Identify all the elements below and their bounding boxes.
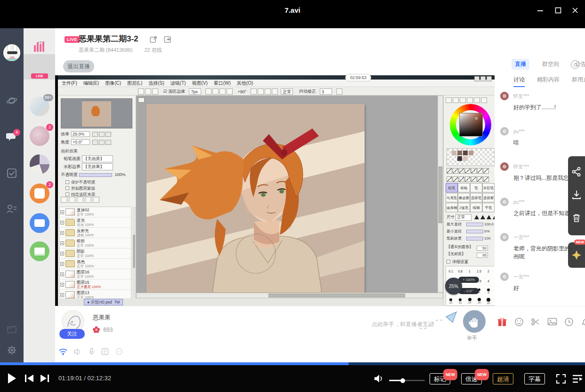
discover-planet-icon[interactable] [6,95,17,106]
brush-size-cell[interactable]: 14 [465,296,474,306]
volume-knob[interactable] [400,378,405,383]
conversation-item[interactable]: 2 [24,181,55,207]
rect-select-icon[interactable] [447,168,452,174]
brush-size-cell[interactable]: 1.5 [474,266,484,276]
artwork-canvas[interactable] [146,104,365,293]
toolbar-button[interactable] [265,88,271,95]
clear-layer-button[interactable] [85,197,91,203]
layer-row[interactable]: 速涂02 正常 100% [59,207,131,217]
toolbar-button[interactable] [212,88,219,95]
rotate-left-button[interactable] [92,140,98,145]
brush-size-cell[interactable]: 16 [474,296,484,306]
document-tab[interactable]: ● 示范HD.psd 7M [84,299,123,305]
wifi-icon[interactable] [59,348,67,357]
menu-item[interactable]: 图层(L) [127,80,142,87]
menu-item[interactable]: 其他(O) [237,80,253,87]
brush-size-cell[interactable]: 10 [446,296,455,306]
player-feature-button[interactable]: 倍速 NEW [461,373,482,384]
layer-visibility-icon[interactable] [60,262,64,266]
layer-visibility-icon[interactable] [60,272,64,276]
panel-toggle-icon[interactable] [481,97,487,103]
todo-checkbox-icon[interactable] [6,168,17,179]
conversation-item[interactable] [24,152,55,177]
layer-visibility-icon[interactable] [60,241,64,245]
merge-layer-button[interactable] [77,197,83,203]
layer-row[interactable]: 图层15 正片叠底 100% [59,280,131,290]
my-avatar[interactable] [3,44,21,62]
exit-live-button[interactable]: 退出直播 [63,60,94,72]
menu-item[interactable]: 窗口(W) [214,80,231,87]
download-icon[interactable] [571,190,582,202]
toolbar-rotate-value[interactable]: +90° [237,89,246,94]
previous-icon[interactable] [24,374,34,384]
brush-size-cell[interactable]: 0.1 [446,266,455,276]
gift-icon[interactable] [497,317,507,329]
layer-row[interactable]: 逆光 发光 100% [59,217,131,228]
zoom-reset-button[interactable] [99,132,105,137]
chat-tab[interactable]: 群空间 [539,59,562,70]
more-circle-icon[interactable] [115,348,123,357]
angle-value[interactable]: +0.0° [71,139,90,145]
layer-visibility-icon[interactable] [60,293,64,297]
image-icon[interactable] [547,317,557,328]
new-folder-button[interactable] [69,197,75,203]
chat-tab[interactable]: 直播 [512,59,529,70]
brush-slot-icon[interactable] [483,176,489,182]
toolbar-button[interactable] [219,88,226,95]
brush-size-cell[interactable]: 1 [465,266,474,276]
pan-icon[interactable] [453,176,458,182]
navigator-preview[interactable] [61,98,132,128]
brush-texture-row[interactable]: 【通常的圆形】50 [444,244,498,251]
menu-item[interactable]: 图像(C) [105,80,121,87]
chat-subtab[interactable]: 精彩内容 [537,76,560,87]
highlight-pin-panel[interactable]: NEW [568,242,585,268]
paint-maximize-icon[interactable] [480,76,486,81]
zoom-out-button[interactable] [92,132,98,137]
minimize-icon[interactable] [533,5,547,16]
emoji-icon[interactable] [514,317,524,328]
speaker-icon[interactable] [74,348,82,357]
toolbar-button[interactable] [145,88,151,95]
zoom-percent[interactable]: 25% [445,278,462,295]
toolbar-button[interactable] [227,88,233,95]
chat-avatar[interactable] [500,92,509,100]
layer-row[interactable]: 阴影 正常 100% [59,248,131,259]
toolbar-button[interactable] [251,88,257,95]
hand-tool-icon[interactable] [483,168,489,174]
stabilizer-value[interactable]: 3 [320,88,332,95]
chat-subtab[interactable]: 群用户 [572,76,585,87]
panel-toggle-icon[interactable] [453,97,459,103]
toolbar-button[interactable] [152,88,158,95]
paint-close-icon[interactable] [487,76,492,81]
next-icon[interactable] [40,374,49,384]
magic-wand-icon[interactable] [459,168,464,174]
opacity-slider[interactable] [79,173,112,177]
menu-item[interactable]: 编辑(E) [83,80,99,87]
rotate-tool-icon[interactable] [477,168,483,174]
panel-toggle-icon[interactable] [460,97,466,103]
layer-visibility-icon[interactable] [60,210,64,214]
brush-slot-icon[interactable] [471,176,477,182]
brush-shape-dropdown[interactable]: 正常 [455,214,471,221]
brush-tool[interactable]: 橡皮擦 [458,193,470,202]
chat-avatar[interactable] [500,198,509,206]
layer-checkbox[interactable]: 剪贴图层蒙版 [65,186,95,192]
chat-subtab[interactable]: 讨论 [513,76,525,87]
zoom-scale-pill[interactable]: + 100% [458,277,479,283]
menu-item[interactable]: 视图(V) [192,80,207,87]
volume-slider[interactable] [389,380,425,381]
layer-checkbox[interactable]: 保护不透明度 [65,180,95,185]
history-clock-icon[interactable] [564,317,574,328]
canvas-vertical-scrollbar[interactable] [438,96,443,293]
chat-avatar[interactable] [500,127,509,136]
brush-tool[interactable]: 笔 [470,183,482,192]
conversation-item-notes[interactable] [24,239,55,264]
menu-item[interactable]: 文件(F) [62,80,77,87]
paint-minimize-icon[interactable] [474,76,479,81]
panel-toggle-icon[interactable] [474,97,480,103]
layer-row[interactable]: 图层16 正常 100% [59,269,131,280]
contacts-icon[interactable] [6,203,17,215]
brush-slot-icon[interactable] [477,176,483,182]
brush-tool[interactable]: 油漆桶 [446,203,458,212]
brush-tool[interactable]: 2值笔 [458,203,470,212]
